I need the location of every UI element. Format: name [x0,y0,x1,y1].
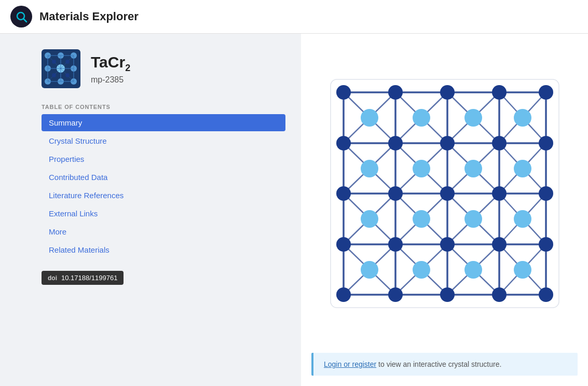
sidebar: TaCr2 mp-2385 TABLE OF CONTENTS Summary … [0,34,301,386]
svg-point-21 [65,60,70,64]
svg-point-97 [336,85,351,100]
toc-link-crystal-structure[interactable]: Crystal Structure [42,132,285,149]
svg-point-137 [514,261,531,279]
svg-point-98 [388,85,403,100]
doi-label: doi [48,274,57,282]
svg-point-114 [440,237,455,252]
toc-item-summary[interactable]: Summary [42,114,285,131]
svg-point-102 [336,136,351,150]
svg-point-111 [539,186,553,201]
material-id: mp-2385 [91,75,130,85]
material-thumbnail [42,49,80,88]
toc-item-more[interactable]: More [42,223,285,240]
svg-point-128 [464,160,482,177]
svg-point-105 [492,136,507,150]
login-register-link[interactable]: Login or register [324,360,376,368]
svg-point-22 [52,73,56,77]
toc-link-related-materials[interactable]: Related Materials [42,241,285,258]
svg-point-132 [464,210,482,228]
material-header: TaCr2 mp-2385 [42,49,285,88]
svg-point-130 [361,210,378,228]
toc-item-contributed-data[interactable]: Contributed Data [42,169,285,186]
app-title: Materials Explorer [39,10,139,23]
svg-point-133 [514,210,531,228]
svg-point-122 [361,109,378,127]
svg-point-23 [65,73,70,77]
toc-link-properties[interactable]: Properties [42,150,285,168]
svg-point-116 [539,237,553,252]
doi-value: 10.17188/1199761 [61,274,117,282]
svg-point-117 [336,287,351,302]
crystal-view [301,34,588,353]
svg-point-113 [388,237,403,252]
svg-point-99 [440,85,455,100]
toc-link-external-links[interactable]: External Links [42,205,285,222]
toc-item-crystal-structure[interactable]: Crystal Structure [42,132,285,149]
app-header: Materials Explorer [0,0,588,34]
toc-item-related-materials[interactable]: Related Materials [42,241,285,258]
svg-point-121 [539,287,553,302]
svg-point-134 [361,261,378,279]
svg-point-129 [514,160,531,177]
svg-line-1 [24,19,27,22]
formula-subscript: 2 [125,63,130,73]
svg-point-100 [492,85,507,100]
doi-badge[interactable]: doi 10.17188/1199761 [42,271,124,285]
crystal-structure-visualization [318,66,572,321]
right-panel: Login or register to view an interactive… [301,34,588,386]
svg-point-108 [388,186,403,201]
toc-item-properties[interactable]: Properties [42,150,285,168]
svg-point-127 [413,160,430,177]
toc-item-literature-references[interactable]: Literature References [42,187,285,204]
svg-point-120 [492,287,507,302]
main-layout: TaCr2 mp-2385 TABLE OF CONTENTS Summary … [0,34,588,386]
svg-point-125 [514,109,531,127]
material-formula: TaCr2 [91,53,130,74]
svg-point-123 [413,109,430,127]
crystal-notice-text: to view an interactive crystal structure… [376,360,501,368]
svg-point-112 [336,237,351,252]
search-icon [15,10,28,23]
svg-point-115 [492,237,507,252]
crystal-notice: Login or register to view an interactive… [311,353,578,376]
thumbnail-crystal-icon [42,49,80,88]
toc-item-external-links[interactable]: External Links [42,205,285,222]
svg-point-135 [413,261,430,279]
svg-point-119 [440,287,455,302]
app-logo[interactable] [10,6,32,27]
material-info: TaCr2 mp-2385 [91,53,130,85]
toc-list: Summary Crystal Structure Properties Con… [42,114,285,258]
svg-point-136 [464,261,482,279]
svg-point-109 [440,186,455,201]
svg-point-126 [361,160,378,177]
svg-point-118 [388,287,403,302]
svg-point-103 [388,136,403,150]
toc-link-contributed-data[interactable]: Contributed Data [42,169,285,186]
crystal-image-container [318,66,572,321]
svg-point-101 [539,85,553,100]
svg-point-20 [52,60,56,64]
svg-point-106 [539,136,553,150]
svg-point-131 [413,210,430,228]
svg-point-124 [464,109,482,127]
toc-link-summary[interactable]: Summary [42,114,285,131]
svg-point-110 [492,186,507,201]
svg-point-107 [336,186,351,201]
svg-point-104 [440,136,455,150]
toc-link-literature-references[interactable]: Literature References [42,187,285,204]
toc-label: TABLE OF CONTENTS [42,104,285,110]
toc-link-more[interactable]: More [42,223,285,240]
